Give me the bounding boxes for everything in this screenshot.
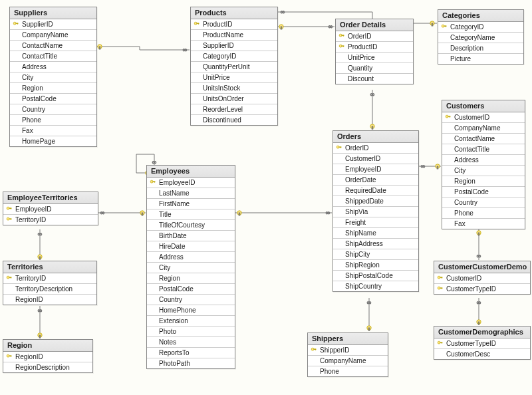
column-row[interactable]: CustomerID: [434, 273, 530, 284]
column-row[interactable]: TitleOfCourtesy: [147, 220, 235, 231]
column-row[interactable]: Region: [147, 273, 235, 284]
column-row[interactable]: EmployeeID: [3, 204, 98, 215]
column-row[interactable]: Address: [10, 62, 96, 72]
entity-region[interactable]: RegionRegionIDRegionDescription: [3, 339, 93, 373]
column-row[interactable]: BirthDate: [147, 231, 235, 241]
column-row[interactable]: Discount: [336, 74, 413, 84]
column-row[interactable]: City: [147, 263, 235, 273]
entity-territories[interactable]: TerritoriesTerritoryIDTerritoryDescripti…: [3, 261, 97, 305]
column-row[interactable]: HomePhone: [147, 305, 235, 316]
column-row[interactable]: Quantity: [336, 63, 413, 74]
column-row[interactable]: CompanyName: [10, 30, 96, 41]
column-row[interactable]: PostalCode: [10, 94, 96, 104]
entity-orders[interactable]: OrdersOrderIDCustomerIDEmployeeIDOrderDa…: [332, 130, 419, 292]
entity-title[interactable]: Suppliers: [10, 7, 96, 19]
column-row[interactable]: Description: [438, 43, 523, 54]
column-row[interactable]: ShipAddress: [333, 239, 418, 249]
column-row[interactable]: CustomerTypeID: [434, 338, 530, 349]
column-row[interactable]: PhotoPath: [147, 358, 235, 368]
column-row[interactable]: EmployeeID: [333, 164, 418, 175]
column-row[interactable]: CategoryID: [438, 22, 523, 33]
column-row[interactable]: Country: [442, 198, 525, 208]
column-row[interactable]: ProductID: [336, 42, 413, 53]
entity-shippers[interactable]: ShippersShipperIDCompanyNamePhone: [307, 332, 388, 377]
column-row[interactable]: Region: [442, 176, 525, 187]
column-row[interactable]: RequiredDate: [333, 186, 418, 196]
column-row[interactable]: Title: [147, 209, 235, 220]
column-row[interactable]: Address: [147, 252, 235, 263]
column-row[interactable]: Fax: [10, 126, 96, 136]
column-row[interactable]: RegionID: [3, 295, 96, 305]
column-row[interactable]: CategoryName: [438, 33, 523, 43]
column-row[interactable]: EmployeeID: [147, 178, 235, 188]
column-row[interactable]: CompanyName: [442, 123, 525, 134]
column-row[interactable]: Notes: [147, 337, 235, 348]
column-row[interactable]: Phone: [442, 208, 525, 219]
column-row[interactable]: CustomerID: [333, 154, 418, 164]
column-row[interactable]: ProductID: [191, 19, 277, 30]
column-row[interactable]: PostalCode: [147, 284, 235, 295]
entity-title[interactable]: Products: [191, 7, 277, 19]
column-row[interactable]: PostalCode: [442, 187, 525, 198]
column-row[interactable]: SupplierID: [191, 41, 277, 51]
column-row[interactable]: Fax: [442, 219, 525, 229]
column-row[interactable]: ReorderLevel: [191, 104, 277, 115]
entity-title[interactable]: Employees: [147, 166, 235, 178]
column-row[interactable]: ShippedDate: [333, 196, 418, 207]
column-row[interactable]: QuantityPerUnit: [191, 62, 277, 72]
column-row[interactable]: Extension: [147, 316, 235, 327]
column-row[interactable]: UnitPrice: [336, 53, 413, 63]
column-row[interactable]: Phone: [308, 366, 388, 376]
column-row[interactable]: TerritoryDescription: [3, 284, 96, 295]
column-row[interactable]: Country: [147, 295, 235, 305]
entity-title[interactable]: Order Details: [336, 19, 413, 31]
column-row[interactable]: OrderID: [333, 143, 418, 154]
column-row[interactable]: Photo: [147, 327, 235, 337]
entity-title[interactable]: CustomerDemographics: [434, 327, 530, 338]
column-row[interactable]: TerritoryID: [3, 215, 98, 225]
entity-title[interactable]: Region: [3, 340, 92, 352]
column-row[interactable]: FirstName: [147, 199, 235, 209]
entity-customers[interactable]: CustomersCustomerIDCompanyNameContactNam…: [442, 100, 525, 229]
column-row[interactable]: ShipperID: [308, 345, 388, 356]
column-row[interactable]: ProductName: [191, 30, 277, 41]
column-row[interactable]: SupplierID: [10, 19, 96, 30]
column-row[interactable]: ContactName: [442, 134, 525, 144]
column-row[interactable]: ShipVia: [333, 207, 418, 217]
entity-title[interactable]: Shippers: [308, 333, 388, 345]
column-row[interactable]: City: [10, 72, 96, 83]
column-row[interactable]: Picture: [438, 54, 523, 64]
column-row[interactable]: ContactName: [10, 41, 96, 51]
entity-title[interactable]: Customers: [442, 100, 525, 112]
column-row[interactable]: ContactTitle: [442, 144, 525, 155]
column-row[interactable]: Country: [10, 104, 96, 115]
column-row[interactable]: CompanyName: [308, 356, 388, 366]
column-row[interactable]: UnitsOnOrder: [191, 94, 277, 104]
column-row[interactable]: CategoryID: [191, 51, 277, 62]
column-row[interactable]: HireDate: [147, 241, 235, 252]
column-row[interactable]: UnitsInStock: [191, 83, 277, 94]
entity-title[interactable]: EmployeeTerritories: [3, 192, 98, 204]
entity-title[interactable]: Territories: [3, 261, 96, 273]
column-row[interactable]: ShipCity: [333, 249, 418, 260]
entity-title[interactable]: Categories: [438, 10, 523, 22]
column-row[interactable]: UnitPrice: [191, 72, 277, 83]
column-row[interactable]: City: [442, 166, 525, 176]
entity-customer_customer_demo[interactable]: CustomerCustomerDemoCustomerIDCustomerTy…: [434, 261, 531, 295]
column-row[interactable]: RegionID: [3, 352, 92, 362]
column-row[interactable]: OrderDate: [333, 175, 418, 186]
entity-title[interactable]: CustomerCustomerDemo: [434, 261, 530, 273]
column-row[interactable]: ShipCountry: [333, 281, 418, 291]
column-row[interactable]: ReportsTo: [147, 348, 235, 358]
column-row[interactable]: Freight: [333, 217, 418, 228]
column-row[interactable]: Discontinued: [191, 115, 277, 125]
column-row[interactable]: ShipRegion: [333, 260, 418, 271]
column-row[interactable]: CustomerTypeID: [434, 284, 530, 294]
entity-order_details[interactable]: Order DetailsOrderIDProductIDUnitPriceQu…: [335, 19, 414, 84]
column-row[interactable]: ShipName: [333, 228, 418, 239]
column-row[interactable]: TerritoryID: [3, 273, 96, 284]
entity-categories[interactable]: CategoriesCategoryIDCategoryNameDescript…: [438, 9, 524, 65]
entity-customer_demographics[interactable]: CustomerDemographicsCustomerTypeIDCustom…: [434, 326, 531, 360]
column-row[interactable]: Address: [442, 155, 525, 166]
column-row[interactable]: HomePage: [10, 136, 96, 146]
